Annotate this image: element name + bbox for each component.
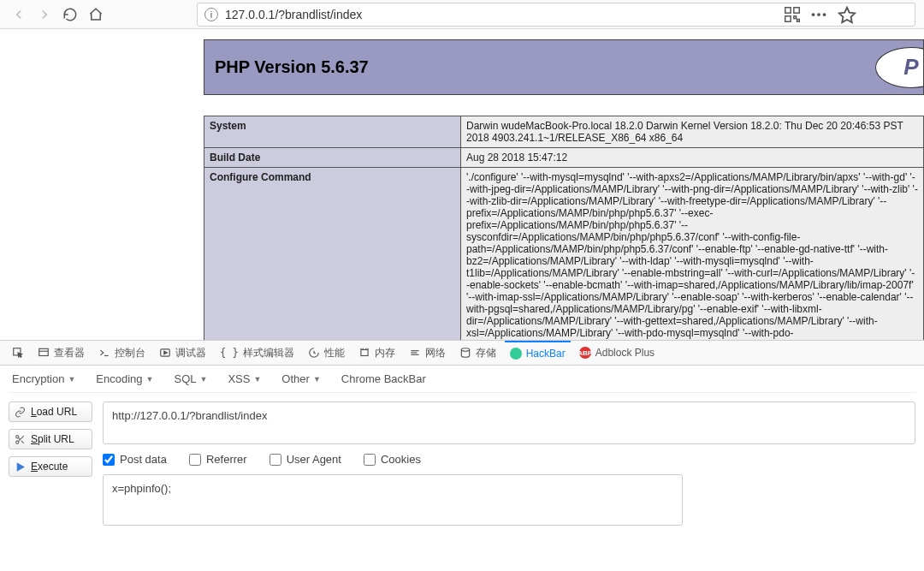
hackbar-menu: Encryption▼ Encoding▼ SQL▼ XSS▼ Other▼ C…: [9, 366, 915, 393]
phpinfo-label: System: [204, 116, 461, 148]
phpinfo-banner: PHP Version 5.6.37 P: [204, 39, 924, 95]
bookmark-star-icon[interactable]: [838, 5, 856, 24]
tab-debugger[interactable]: 调试器: [154, 341, 211, 365]
execute-button[interactable]: Execute: [9, 456, 92, 477]
tab-console[interactable]: 控制台: [93, 341, 151, 365]
table-row: Build Date Aug 28 2018 15:47:12: [204, 148, 924, 168]
forward-button[interactable]: [34, 4, 55, 25]
page-viewport: PHP Version 5.6.37 P System Darwin wudeM…: [0, 29, 924, 340]
svg-rect-0: [785, 7, 791, 12]
svg-rect-1: [794, 7, 799, 12]
devtools-select-element-icon[interactable]: [7, 341, 29, 365]
urlbar-right-icons: •••: [783, 5, 856, 24]
svg-marker-5: [839, 7, 855, 21]
split-url-button[interactable]: Split URL: [9, 429, 92, 449]
svg-rect-12: [361, 350, 368, 356]
phpinfo-value: Aug 28 2018 15:47:12: [461, 148, 924, 168]
hackbar-main: http://127.0.0.1/?brandlist/index Post d…: [103, 401, 915, 526]
tab-memory[interactable]: 内存: [353, 341, 400, 365]
svg-line-25: [18, 437, 20, 439]
reload-button[interactable]: [60, 4, 80, 25]
tab-storage[interactable]: 存储: [454, 341, 501, 365]
chevron-down-icon: ▼: [200, 375, 208, 384]
phpinfo-label: Configure Command: [204, 168, 461, 341]
load-url-button[interactable]: Load URL: [9, 401, 92, 422]
svg-rect-4: [797, 19, 800, 21]
postdata-checkbox[interactable]: Post data: [103, 453, 167, 466]
svg-point-20: [461, 348, 469, 352]
more-icon[interactable]: •••: [810, 5, 829, 24]
cookies-checkbox[interactable]: Cookies: [364, 453, 421, 466]
menu-xss[interactable]: XSS▼: [228, 372, 261, 385]
play-icon: [15, 461, 26, 473]
svg-rect-2: [785, 15, 791, 21]
hackbar-panel: Encryption▼ Encoding▼ SQL▼ XSS▼ Other▼ C…: [0, 366, 924, 534]
chevron-down-icon: ▼: [253, 375, 261, 384]
menu-encoding[interactable]: Encoding▼: [96, 372, 153, 385]
devtools-tabbar: 查看器 控制台 调试器 { } 样式编辑器 性能 内存 网络 存储 HackBa…: [0, 340, 924, 366]
tab-adblock[interactable]: ABP Adblock Plus: [574, 341, 660, 365]
table-row: System Darwin wudeMacBook-Pro.local 18.2…: [204, 116, 924, 148]
url-bar[interactable]: i 127.0.0.1/?brandlist/index •••: [197, 3, 915, 27]
url-text: 127.0.0.1/?brandlist/index: [225, 8, 362, 21]
svg-marker-11: [164, 351, 168, 354]
tab-inspector[interactable]: 查看器: [33, 341, 90, 365]
hackbar-side-buttons: Load URL Split URL Execute: [9, 401, 92, 526]
link-icon: [15, 407, 26, 418]
phpinfo-title: PHP Version 5.6.37: [215, 57, 913, 77]
chevron-down-icon: ▼: [146, 375, 154, 384]
phpinfo-label: Build Date: [204, 148, 461, 168]
home-button[interactable]: [86, 4, 106, 25]
svg-marker-26: [17, 463, 24, 471]
chevron-down-icon: ▼: [313, 375, 321, 384]
qr-icon[interactable]: [783, 5, 802, 24]
tab-network[interactable]: 网络: [404, 341, 451, 365]
table-row: Configure Command './configure' '--with-…: [204, 168, 924, 341]
browser-navbar: i 127.0.0.1/?brandlist/index •••: [0, 0, 924, 29]
tab-performance[interactable]: 性能: [303, 341, 350, 365]
referrer-checkbox[interactable]: Referrer: [189, 453, 247, 466]
site-info-icon[interactable]: i: [204, 8, 218, 21]
menu-sql[interactable]: SQL▼: [174, 372, 207, 385]
chevron-down-icon: ▼: [68, 375, 75, 384]
menu-encryption[interactable]: Encryption▼: [12, 372, 75, 385]
back-button[interactable]: [9, 4, 29, 25]
hackbar-icon: [510, 348, 522, 360]
adblock-icon: ABP: [579, 347, 591, 359]
hackbar-postdata-input[interactable]: x=phpinfo();: [103, 474, 683, 526]
svg-line-24: [21, 440, 24, 443]
tab-hackbar[interactable]: HackBar: [505, 341, 571, 365]
menu-other[interactable]: Other▼: [281, 372, 320, 385]
menu-chrome-backbar[interactable]: Chrome BackBar: [341, 372, 426, 385]
svg-rect-3: [794, 15, 797, 18]
phpinfo-value: Darwin wudeMacBook-Pro.local 18.2.0 Darw…: [461, 116, 924, 148]
scissors-icon: [15, 434, 26, 445]
tab-styleeditor[interactable]: { } 样式编辑器: [215, 341, 299, 365]
phpinfo-table: System Darwin wudeMacBook-Pro.local 18.2…: [204, 116, 924, 340]
useragent-checkbox[interactable]: User Agent: [270, 453, 341, 466]
hackbar-checkboxes: Post data Referrer User Agent Cookies: [103, 453, 915, 466]
phpinfo-value: './configure' '--with-mysql=mysqlnd' '--…: [461, 168, 924, 341]
hackbar-url-input[interactable]: http://127.0.0.1/?brandlist/index: [103, 401, 915, 444]
php-logo-icon: P: [875, 47, 924, 88]
svg-rect-7: [39, 348, 49, 355]
